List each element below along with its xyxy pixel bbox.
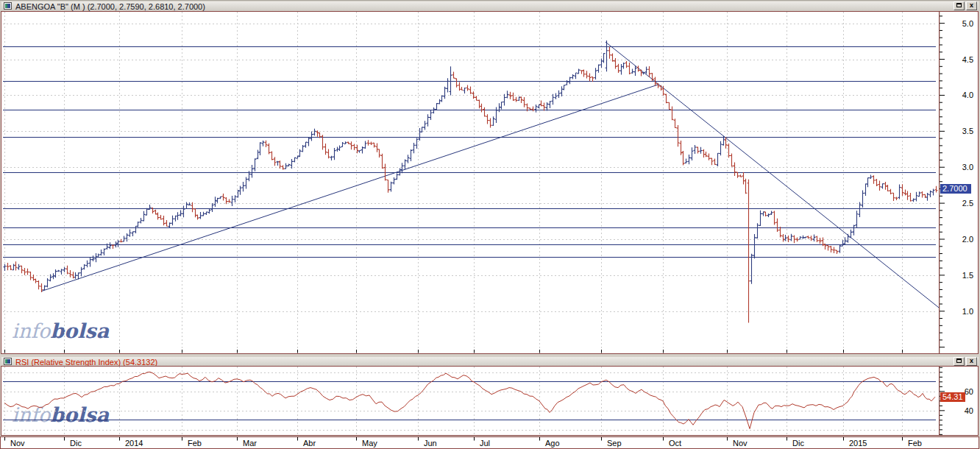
main-chart-title: ABENGOA "B" (M ) (2.7000, 2.7590, 2.6810… [15, 2, 205, 11]
main-plot-area[interactable] [1, 12, 939, 353]
chart-window: ABENGOA "B" (M ) (2.7000, 2.7590, 2.6810… [0, 0, 980, 449]
last-price-tag: 2.7000 [940, 184, 971, 194]
watermark-bolsa: bolsa [50, 319, 109, 342]
infobolsa-watermark: infobolsa [12, 321, 109, 342]
rsi-maximize-button[interactable] [954, 357, 965, 366]
rsi-titlebar[interactable]: RSI (Relative Strength Index) (54.3132) … [1, 357, 979, 367]
maximize-icon [956, 358, 962, 363]
maximize-icon [956, 3, 962, 7]
watermark-info: info [12, 319, 50, 342]
rsi-plot-area[interactable] [1, 367, 939, 435]
price-axis[interactable] [940, 12, 978, 353]
maximize-button[interactable] [954, 1, 965, 10]
watermark-info: info [12, 403, 50, 426]
rsi-value-tag: 54.31 [940, 392, 965, 402]
infobolsa-watermark: infobolsa [12, 405, 109, 425]
rsi-close-button[interactable]: x [966, 357, 977, 366]
main-chart-titlebar[interactable]: ABENGOA "B" (M ) (2.7000, 2.7590, 2.6810… [1, 1, 979, 11]
chart-icon [4, 358, 12, 365]
close-button[interactable]: x [966, 1, 977, 10]
time-axis[interactable] [1, 437, 979, 448]
rsi-title: RSI (Relative Strength Index) (54.3132) [15, 358, 157, 367]
watermark-bolsa: bolsa [50, 403, 109, 426]
chart-icon [4, 2, 12, 10]
